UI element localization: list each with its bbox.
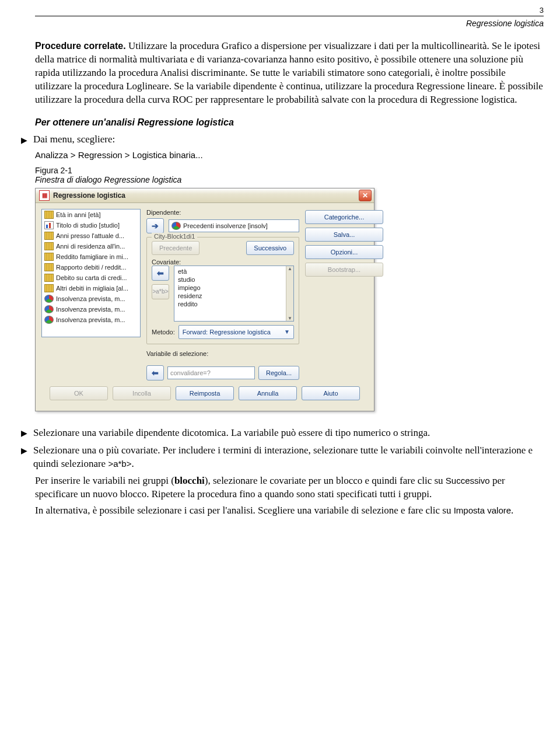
source-variable-item[interactable]: Anni di residenza all'in...: [42, 241, 140, 252]
covariate-item[interactable]: età: [177, 267, 285, 275]
covariate-item[interactable]: impiego: [177, 284, 285, 292]
dependent-field[interactable]: Precedenti insolvenze [insolv]: [169, 219, 299, 232]
source-variable-item[interactable]: Altri debiti in migliaia [al...: [42, 283, 140, 294]
p3a: In alternativa, è possibile selezionare …: [35, 505, 454, 516]
paragraph-blocks: Per inserire le variabili nei gruppi (bl…: [35, 474, 544, 501]
p3b: .: [511, 505, 513, 516]
step-1: ▶ Dai menu, scegliere:: [21, 134, 544, 148]
source-variable-item[interactable]: Titolo di studio [studio]: [42, 220, 140, 230]
variable-label: Anni di residenza all'in...: [56, 243, 125, 250]
source-variable-item[interactable]: Insolvenza prevista, m...: [42, 304, 140, 315]
ruler-icon: [44, 253, 54, 261]
interaction-token: >a*b>: [108, 459, 131, 469]
move-to-covariate-button[interactable]: ⬅: [152, 266, 169, 281]
nom-icon: [44, 305, 54, 313]
source-variable-list[interactable]: Età in anni [età]Titolo di studio [studi…: [41, 209, 141, 337]
bootstrap-button[interactable]: Bootstrap...: [305, 263, 383, 277]
source-variable-item[interactable]: Età in anni [età]: [42, 209, 140, 220]
step-1-text: Dai menu, scegliere:: [33, 134, 115, 145]
variable-label: Età in anni [età]: [56, 211, 100, 218]
scrollbar[interactable]: ▲▼: [286, 266, 293, 321]
covariate-item[interactable]: residenz: [177, 292, 285, 300]
method-label: Metodo:: [152, 329, 175, 336]
header-rule: [35, 16, 544, 16]
source-variable-item[interactable]: Debito su carta di credi...: [42, 273, 140, 283]
triangle-icon: ▶: [21, 444, 27, 471]
close-button[interactable]: ✕: [359, 190, 372, 201]
options-button[interactable]: Opzioni...: [305, 245, 383, 259]
previous-block-button[interactable]: Precedente: [152, 241, 200, 255]
move-to-selvar-button[interactable]: ⬅: [146, 365, 164, 380]
source-variable-item[interactable]: Insolvenza prevista, m...: [42, 294, 140, 304]
variable-label: Reddito famigliare in mi...: [56, 253, 128, 260]
method-select[interactable]: Forward: Regressione logistica ▼: [178, 325, 294, 339]
paragraph-selection: In alternativa, è possibile selezionare …: [35, 504, 544, 518]
section-title: Regressione logistica: [35, 19, 544, 28]
triangle-icon: ▶: [21, 427, 27, 441]
categorical-button[interactable]: Categoriche...: [305, 210, 383, 224]
help-button[interactable]: Aiuto: [302, 386, 360, 400]
ruler-icon: [44, 263, 54, 271]
variable-label: Rapporto debiti / reddit...: [56, 264, 126, 271]
step-3-text: Selezionare una o più covariate. Per inc…: [33, 444, 544, 471]
app-icon: ▦: [39, 190, 50, 201]
step-3: ▶ Selezionare una o più covariate. Per i…: [21, 444, 544, 471]
move-to-dependent-button[interactable]: ➔: [146, 218, 164, 233]
successivo-token: Successivo: [446, 476, 490, 485]
page-number: 3: [35, 6, 544, 15]
save-button[interactable]: Salva...: [305, 228, 383, 242]
bars-icon: [44, 221, 54, 229]
dialog-titlebar[interactable]: ▦ Regressione logistica ✕: [36, 188, 374, 203]
selvar-field[interactable]: convalidare=?: [167, 366, 255, 379]
subheading: Per ottenere un'analisi Regressione logi…: [35, 117, 544, 128]
interaction-button[interactable]: >a*b>: [152, 284, 169, 299]
variable-label: Anni presso l'attuale d...: [56, 232, 124, 239]
dialog-window: ▦ Regressione logistica ✕ Età in anni [e…: [35, 188, 374, 411]
covariate-list[interactable]: etàstudioimpiegoresidenzreddito▲▼: [174, 266, 294, 322]
source-variable-item[interactable]: Anni presso l'attuale d...: [42, 230, 140, 241]
reset-button[interactable]: Reimposta: [176, 386, 234, 400]
ruler-icon: [44, 211, 54, 219]
nom-icon: [44, 316, 54, 324]
ruler-icon: [44, 274, 54, 282]
menu-path: Analizza > Regression > Logistica binari…: [35, 150, 544, 160]
dependent-label: Dipendente:: [146, 209, 299, 216]
p2-bold: blocchi: [174, 475, 205, 486]
ok-button[interactable]: OK: [50, 386, 108, 400]
dependent-value: Precedenti insolvenze [insolv]: [183, 222, 268, 229]
source-variable-item[interactable]: Rapporto debiti / reddit...: [42, 262, 140, 273]
step-2-text: Selezionare una variabile dipendente dic…: [33, 427, 430, 441]
chevron-down-icon: ▼: [284, 329, 290, 335]
ruler-icon: [44, 284, 54, 292]
variable-label: Titolo di studio [studio]: [56, 222, 120, 229]
intro-paragraph: Procedure correlate. Utilizzare la proce…: [35, 40, 544, 107]
step-3b: .: [131, 458, 134, 469]
covariate-label: Covariate:: [152, 259, 294, 266]
dialog-title: Regressione logistica: [53, 191, 125, 200]
source-variable-item[interactable]: Reddito famigliare in mi...: [42, 252, 140, 262]
figure-caption: Finestra di dialogo Regressione logistic…: [35, 175, 544, 184]
block-legend: City-Block1di1: [152, 233, 197, 240]
step-2: ▶ Selezionare una variabile dipendente d…: [21, 427, 544, 441]
block-group: City-Block1di1 Precedente Successivo Cov…: [146, 237, 299, 344]
nominal-icon: [172, 222, 181, 230]
next-block-button[interactable]: Successivo: [246, 241, 294, 255]
cancel-button[interactable]: Annulla: [239, 386, 297, 400]
rule-button[interactable]: Regola...: [258, 366, 299, 380]
covariate-item[interactable]: reddito: [177, 300, 285, 308]
ruler-icon: [44, 242, 54, 250]
figure-label: Figura 2-1: [35, 166, 544, 175]
covariate-item[interactable]: studio: [177, 275, 285, 284]
dialog-footer: OK Incolla Reimposta Annulla Aiuto: [41, 380, 368, 407]
source-variable-item[interactable]: Insolvenza prevista, m...: [42, 315, 140, 325]
selvar-value: convalidare=?: [170, 369, 211, 376]
nom-icon: [44, 295, 54, 303]
intro-lead: Procedure correlate.: [35, 41, 126, 51]
ruler-icon: [44, 232, 54, 240]
variable-label: Insolvenza prevista, m...: [56, 306, 125, 313]
variable-label: Debito su carta di credi...: [56, 274, 127, 281]
p2b: ), selezionare le covariate per un blocc…: [205, 475, 446, 486]
selvar-label: Variabile di selezione:: [146, 350, 299, 357]
variable-label: Insolvenza prevista, m...: [56, 316, 125, 323]
paste-button[interactable]: Incolla: [113, 386, 171, 400]
